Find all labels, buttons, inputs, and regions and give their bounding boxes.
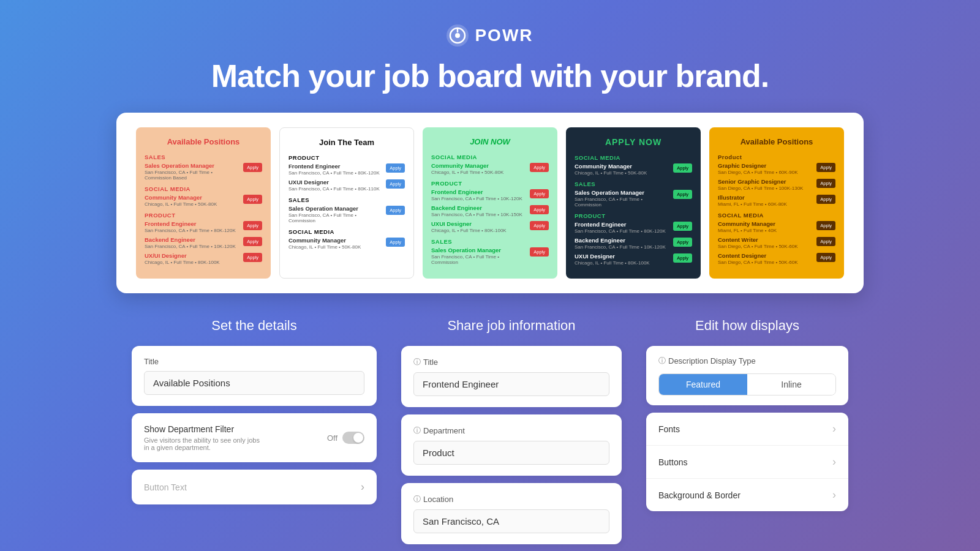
job-title-card: ⓘ Title: [401, 346, 622, 407]
buttons-arrow-icon: ›: [832, 455, 836, 468]
card4-dept-social: SOCIAL MEDIA Community Manager Chicago, …: [575, 154, 692, 176]
list-item: Community Manager Miami, FL • Full Time …: [718, 220, 835, 233]
title-field-card: Title: [132, 346, 377, 406]
preview-container: Available Positions SALES Sales Operatio…: [116, 113, 864, 293]
toggle-label: Off: [327, 433, 337, 443]
apply-button[interactable]: Apply: [530, 247, 549, 257]
left-panel: Set the details Title Show Department Fi…: [132, 318, 377, 551]
department-filter-toggle[interactable]: [342, 432, 364, 444]
apply-button[interactable]: Apply: [530, 163, 549, 172]
department-card: ⓘ Department: [401, 414, 622, 476]
list-item: Content Designer San Diego, CA • Full Ti…: [718, 252, 835, 265]
card1-dept-social: SOCIAL MEDIA Community Manager Chicago, …: [145, 186, 262, 207]
card2-dept-social: SOCIAL MEDIA Community Manager Chicago, …: [288, 228, 405, 250]
department-input[interactable]: [413, 441, 609, 465]
button-text-card[interactable]: Button Text ›: [132, 470, 377, 504]
featured-type-button[interactable]: Featured: [659, 374, 747, 395]
card5-title: Available Positions: [718, 137, 835, 146]
job-title-input[interactable]: [413, 372, 609, 396]
job-title-field-label: ⓘ Title: [413, 357, 609, 367]
background-border-option[interactable]: Background & Border ›: [646, 479, 848, 511]
card2-dept-sales: SALES Sales Operation Manager San Franci…: [288, 197, 405, 223]
list-item: Sales Operation Manager San Francisco, C…: [575, 189, 692, 208]
preview-card-3: JOIN NOW SOCIAL MEDIA Community Manager …: [423, 127, 557, 279]
apply-button[interactable]: Apply: [386, 238, 405, 247]
apply-button[interactable]: Apply: [243, 253, 262, 262]
list-item: Frontend Engineer San Francisco, CA • Fu…: [575, 221, 692, 234]
location-card: ⓘ Location: [401, 483, 622, 544]
card3-dept-product: PRODUCT Frontend Engineer San Francisco,…: [431, 180, 549, 233]
card4-dept-product: PRODUCT Frontend Engineer San Francisco,…: [575, 212, 692, 266]
location-input[interactable]: [413, 509, 609, 533]
apply-button[interactable]: Apply: [673, 238, 692, 247]
list-item: Sales Operation Manager San Francisco, C…: [145, 162, 262, 181]
apply-button[interactable]: Apply: [816, 253, 835, 262]
inline-type-button[interactable]: Inline: [747, 374, 835, 395]
apply-button[interactable]: Apply: [673, 163, 692, 173]
apply-button[interactable]: Apply: [816, 221, 835, 230]
apply-button[interactable]: Apply: [816, 163, 835, 172]
apply-button[interactable]: Apply: [530, 221, 549, 230]
list-item: Community Manager Chicago, IL • Full Tim…: [431, 162, 549, 175]
logo-text: POWR: [475, 26, 533, 45]
list-item: Community Manager Chicago, IL • Full Tim…: [288, 237, 405, 250]
list-item: Community Manager Chicago, IL • Full Tim…: [575, 163, 692, 176]
apply-button[interactable]: Apply: [673, 190, 692, 199]
buttons-label: Buttons: [658, 457, 687, 467]
list-item: Sales Operation Manager San Francisco, C…: [288, 205, 405, 223]
card4-title: APPLY NOW: [575, 137, 692, 147]
card1-title: Available Positions: [145, 137, 262, 146]
right-panel: Edit how displays ⓘ Description Display …: [646, 318, 848, 551]
middle-panel-title: Share job information: [401, 318, 622, 334]
apply-button[interactable]: Apply: [243, 163, 262, 172]
apply-button[interactable]: Apply: [673, 222, 692, 231]
description-type-toggle-group: Featured Inline: [658, 373, 836, 395]
list-item: UXUI Designer Chicago, IL • Full Time • …: [575, 253, 692, 266]
button-text-row: Button Text ›: [144, 481, 364, 493]
card4-dept-sales: SALES Sales Operation Manager San Franci…: [575, 181, 692, 208]
apply-button[interactable]: Apply: [816, 179, 835, 188]
fonts-label: Fonts: [658, 424, 680, 434]
apply-button[interactable]: Apply: [386, 179, 405, 189]
buttons-option[interactable]: Buttons ›: [646, 446, 848, 479]
apply-button[interactable]: Apply: [816, 237, 835, 246]
title-input[interactable]: [144, 371, 364, 395]
left-panel-title: Set the details: [132, 318, 377, 334]
logo: POWR: [0, 24, 980, 47]
svg-point-2: [455, 33, 460, 38]
apply-button[interactable]: Apply: [530, 189, 549, 198]
button-text-arrow-icon: ›: [361, 481, 364, 493]
info-icon: ⓘ: [658, 356, 666, 366]
department-filter-desc: Give visitors the ability to see only jo…: [144, 437, 266, 451]
card3-dept-social: SOCIAL MEDIA Community Manager Chicago, …: [431, 154, 549, 175]
list-item: Frontend Engineer San Francisco, CA • Fu…: [145, 220, 262, 233]
apply-button[interactable]: Apply: [673, 253, 692, 263]
info-icon: ⓘ: [413, 494, 421, 504]
apply-button[interactable]: Apply: [530, 205, 549, 214]
apply-button[interactable]: Apply: [386, 163, 405, 173]
page-header: POWR Match your job board with your bran…: [0, 0, 980, 113]
apply-button[interactable]: Apply: [243, 221, 262, 230]
list-item: Backend Engineer San Francisco, CA • Ful…: [145, 236, 262, 249]
info-icon: ⓘ: [413, 425, 421, 436]
department-filter-title: Show Department Filter: [144, 424, 266, 434]
card3-title: JOIN NOW: [431, 137, 549, 146]
apply-button[interactable]: Apply: [816, 195, 835, 204]
fonts-option[interactable]: Fonts ›: [646, 413, 848, 446]
options-card: Fonts › Buttons › Background & Border ›: [646, 413, 848, 511]
list-item: Backend Engineer San Francisco, CA • Ful…: [431, 204, 549, 217]
list-item: UXUI Designer San Francisco, CA • Full T…: [288, 179, 405, 192]
list-item: Backend Engineer San Francisco, CA • Ful…: [575, 237, 692, 250]
list-item: Frontend Engineer San Francisco, CA • Fu…: [431, 189, 549, 201]
apply-button[interactable]: Apply: [243, 195, 262, 204]
apply-button[interactable]: Apply: [386, 206, 405, 215]
card5-dept-product: Product Graphic Designer San Diego, CA •…: [718, 154, 835, 207]
title-field-label: Title: [144, 357, 364, 366]
preview-card-2: Join The Team PRODUCT Frontend Engineer …: [279, 127, 414, 279]
apply-button[interactable]: Apply: [243, 237, 262, 246]
list-item: Community Manager Chicago, IL • Full Tim…: [145, 194, 262, 207]
preview-card-5: Available Positions Product Graphic Desi…: [709, 127, 844, 279]
list-item: UXUI Designer Chicago, IL • Full Time • …: [431, 220, 549, 233]
card2-title: Join The Team: [288, 138, 405, 147]
department-filter-card: Show Department Filter Give visitors the…: [132, 413, 377, 462]
